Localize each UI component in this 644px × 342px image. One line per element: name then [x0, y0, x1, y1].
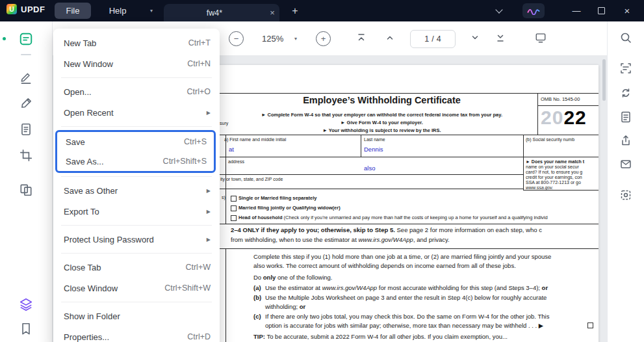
mail-icon[interactable] [619, 157, 632, 170]
right-tool-sidebar [607, 21, 644, 342]
next-page-button[interactable] [470, 33, 480, 43]
save-highlight-group: SaveCtrl+S Save As...Ctrl+Shift+S [55, 130, 216, 173]
close-button[interactable]: × [615, 0, 639, 21]
page-number-input[interactable]: 1 / 4 [410, 30, 456, 48]
menu-divider [61, 225, 212, 226]
compress-icon[interactable] [619, 86, 632, 99]
menu-item-save-as[interactable]: Save As...Ctrl+Shift+S [57, 151, 214, 171]
step2-a-label: (a) [253, 284, 261, 291]
tab-list-caret-icon[interactable]: ▾ [150, 8, 153, 14]
two-jobs-checkbox[interactable] [587, 322, 593, 328]
treasury-fragment: sury [220, 121, 228, 125]
app-logo: U UPDF [6, 4, 45, 14]
active-tool-indicator [3, 37, 6, 40]
ssa-note-line: credit for your earnings, con [526, 175, 582, 179]
steps-intro-line-1: 2–4 ONLY if they apply to you; otherwise… [231, 226, 542, 233]
left-tool-sidebar [0, 21, 53, 342]
single-checkbox[interactable] [231, 196, 237, 202]
step2-b-label: (b) [253, 294, 261, 301]
menu-item-protect-using-password[interactable]: Protect Using Password▶ [53, 229, 220, 250]
omb-number: OMB No. 1545-00 [541, 96, 580, 102]
maximize-button[interactable] [589, 0, 613, 21]
last-page-button[interactable] [495, 33, 506, 43]
step2-do-line: Do only one of the following. [253, 274, 332, 281]
first-name-field-value[interactable]: at [229, 146, 234, 153]
edit-tool-icon[interactable] [19, 96, 33, 111]
unlimited-upgrade-icon[interactable] [522, 3, 545, 18]
ssa-note-line: ► Does your name match t [526, 159, 584, 164]
document-tab[interactable]: fw4* × [164, 4, 279, 21]
step2-b-text: Use the Multiple Jobs Worksheet on page … [265, 294, 547, 301]
vertical-scrollbar[interactable] [602, 59, 606, 101]
page-total: 4 [437, 34, 441, 44]
help-menu-button[interactable]: Help [103, 3, 133, 19]
form-instruction-1: ► Complete Form W-4 so that your employe… [231, 112, 533, 118]
step2-b-text-2: withholding; or [265, 303, 305, 310]
menu-item-open-recent[interactable]: Open Recent▶ [53, 102, 220, 123]
capture-icon[interactable] [619, 189, 632, 202]
menu-item-save-as-other[interactable]: Save as Other▶ [53, 180, 220, 201]
presentation-mode-icon[interactable] [535, 32, 545, 42]
menu-item-new-tab[interactable]: New TabCtrl+T [53, 33, 220, 53]
markup-tool-icon[interactable] [19, 70, 33, 85]
steps-intro-line-2: from withholding, when to use the estima… [231, 236, 450, 243]
collapse-toolbar-icon[interactable] [496, 7, 502, 12]
filing-option-3: Head of household (Check only if you’re … [238, 215, 548, 220]
convert-tool-icon[interactable] [19, 122, 33, 137]
menu-divider [61, 253, 212, 254]
head-of-household-checkbox[interactable] [231, 215, 237, 221]
form-instruction-3: ► Your withholding is subject to review … [231, 127, 533, 133]
menu-divider [61, 126, 212, 127]
last-name-field-value[interactable]: Dennis [364, 146, 383, 153]
ocr-icon[interactable] [619, 62, 632, 75]
menu-item-export-to[interactable]: Export To▶ [53, 201, 220, 222]
zoom-caret-icon[interactable]: ▾ [294, 36, 297, 42]
married-jointly-checkbox[interactable] [231, 205, 237, 211]
ssa-note-line: SSA at 800-772-1213 or go [526, 180, 581, 185]
submenu-arrow-icon: ▶ [207, 188, 211, 194]
minimize-button[interactable]: — [564, 0, 589, 21]
tab-close-icon[interactable]: × [265, 8, 279, 18]
menu-item-close-window[interactable]: Close WindowCtrl+Shift+W [53, 278, 220, 298]
first-page-button[interactable] [356, 33, 367, 43]
menu-item-properties[interactable]: Properties...Ctrl+D [53, 326, 220, 342]
file-menu-button[interactable]: File [55, 3, 91, 19]
new-tab-button[interactable]: + [287, 3, 303, 19]
bookmark-icon[interactable] [19, 322, 33, 336]
submenu-arrow-icon: ▶ [207, 237, 211, 243]
sidebar-divider [21, 54, 31, 55]
zoom-out-button[interactable]: − [229, 31, 244, 46]
step2-c-text: If there are only two jobs total, you ma… [265, 313, 549, 320]
crop-tool-icon[interactable] [19, 148, 33, 163]
comment-tool-icon[interactable] [19, 32, 33, 46]
updf-window: U UPDF File Help ▾ fw4* × + — × [0, 0, 644, 342]
filing-option-1: Single or Married filing separately [238, 195, 316, 201]
menu-divider [61, 176, 212, 177]
filing-option-2: Married filing jointly or Qualifying wid… [238, 205, 341, 211]
page-separator: / [431, 34, 433, 44]
menu-divider [61, 302, 212, 302]
last-name-label: Last name [364, 137, 385, 142]
organize-pages-icon[interactable] [19, 183, 33, 197]
menu-divider [61, 77, 212, 78]
page-current: 1 [424, 34, 429, 44]
address-field-value[interactable]: also [364, 164, 375, 172]
menu-item-new-window[interactable]: New WindowCtrl+N [53, 53, 220, 74]
step2-paragraph-1: Complete this step if you (1) hold more … [253, 253, 551, 260]
menu-item-open[interactable]: Open...Ctrl+O [53, 81, 220, 102]
step2-c-label: (c) [253, 313, 261, 320]
form-year: 2022 [541, 107, 587, 129]
page-tools-icon[interactable] [619, 111, 632, 124]
search-icon[interactable] [619, 31, 632, 44]
zoom-level[interactable]: 125% [262, 34, 283, 44]
menu-item-save[interactable]: SaveCtrl+S [57, 132, 214, 151]
ssa-note-line: name on your social secur [526, 164, 579, 169]
previous-page-button[interactable] [385, 33, 395, 43]
submenu-arrow-icon: ▶ [207, 209, 211, 215]
share-icon[interactable] [619, 134, 632, 147]
ssa-note-line: card? If not, to ensure you g [526, 170, 582, 174]
zoom-in-button[interactable]: + [316, 31, 331, 46]
menu-item-show-in-folder[interactable]: Show in Folder [53, 306, 220, 326]
menu-item-close-tab[interactable]: Close TabCtrl+W [53, 257, 220, 278]
layers-icon[interactable] [19, 297, 33, 311]
